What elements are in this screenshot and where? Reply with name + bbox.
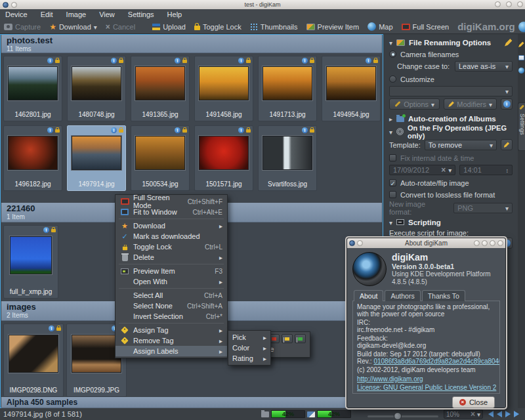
- thumbnail-cell[interactable]: 1491365.jpg: [131, 56, 190, 121]
- menu-settings[interactable]: Settings: [128, 10, 154, 18]
- menu-item-delete[interactable]: Delete: [116, 252, 227, 262]
- minimize-button[interactable]: [495, 1, 501, 7]
- menu-item-open-with[interactable]: Open With: [116, 276, 227, 287]
- checkbox-convert-lossless[interactable]: [389, 191, 396, 198]
- submenu-item-pick[interactable]: Pick: [228, 332, 270, 343]
- last-item-arrow-icon[interactable]: [514, 411, 519, 417]
- settings-side-tab[interactable]: Settings: [518, 102, 525, 151]
- menu-item-assign-tag[interactable]: Assign Tag: [116, 325, 227, 335]
- menu-item-assign-labels[interactable]: Assign Labels: [116, 346, 227, 356]
- dialog-maximize-button[interactable]: [490, 240, 495, 246]
- submenu-item-color[interactable]: Color: [228, 343, 270, 353]
- dialog-titlebar[interactable]: About digiKam: [347, 238, 505, 248]
- convert-lossless-checkbox-row[interactable]: Convert to lossless file format: [389, 189, 513, 200]
- next-item-arrow-icon[interactable]: [505, 411, 511, 417]
- menu-view[interactable]: View: [99, 10, 115, 18]
- auto-rotate-checkbox-row[interactable]: Auto-rotate/flip image: [389, 177, 513, 188]
- thumbnail-cell[interactable]: 1491458.jpg: [194, 56, 253, 121]
- thumbnail-cell[interactable]: Svartifoss.jpg: [258, 125, 317, 191]
- change-case-select[interactable]: Leave as-is: [455, 61, 513, 72]
- menu-item-select-all[interactable]: Select All Ctrl+A: [116, 290, 227, 301]
- album-band-photos-test[interactable]: photos.test 11 Items: [1, 35, 382, 53]
- menu-item-full-screen-mode[interactable]: Full Screen Mode Ctrl+Shift+F: [116, 196, 227, 207]
- thumbnail-cell[interactable]: 1496182.jpg: [3, 125, 62, 191]
- cancel-button[interactable]: Cancel: [106, 22, 135, 32]
- map-button[interactable]: Map: [368, 22, 392, 31]
- clear-icon[interactable]: [441, 165, 446, 175]
- toggle-lock-button[interactable]: Toggle Lock: [194, 23, 242, 31]
- full-screen-button[interactable]: Full Screen: [402, 23, 450, 31]
- template-select[interactable]: To remove: [425, 140, 497, 150]
- radio-customize[interactable]: [389, 75, 396, 83]
- tab-about[interactable]: About: [354, 290, 383, 301]
- dialog-close-action-button[interactable]: Close: [452, 396, 495, 408]
- dialog-minimize-button[interactable]: [482, 240, 488, 246]
- new-format-select[interactable]: PNG: [453, 203, 513, 213]
- menu-item-toggle-lock[interactable]: Toggle Lock Ctrl+L: [116, 242, 227, 252]
- zoom-level-spinbox[interactable]: 10%: [444, 410, 483, 419]
- menu-item-mark-as-downloaded[interactable]: Mark as downloaded: [116, 231, 227, 242]
- edit-tool-icon[interactable]: [518, 38, 524, 50]
- file-properties-icon[interactable]: [518, 51, 524, 63]
- thumbnail-cell[interactable]: IMGP0298.DNG: [3, 324, 64, 397]
- thumbnail-cell[interactable]: 1500534.jpg: [131, 125, 190, 191]
- preview-item-button[interactable]: Preview Item: [306, 23, 360, 31]
- spinner-icon[interactable]: [506, 166, 509, 174]
- clear-icon[interactable]: [471, 410, 475, 419]
- close-button[interactable]: [517, 1, 523, 7]
- album-band-alpha-450[interactable]: Alpha 450 samples: [1, 397, 382, 408]
- rename-info-button[interactable]: [501, 98, 513, 110]
- options-button[interactable]: Options: [389, 98, 440, 110]
- thumbnail-cell-selected[interactable]: 1497914.jpg: [67, 125, 126, 191]
- maximize-button[interactable]: [506, 1, 512, 7]
- thumbnail-cell[interactable]: 1480748.jpg: [67, 56, 126, 121]
- date-field[interactable]: 17/09/2012: [389, 165, 455, 175]
- zoom-slider[interactable]: [368, 415, 438, 417]
- revision-link[interactable]: 01086f3a8d6a769d2d9a82ae2d4c89ca8040af29: [373, 358, 500, 365]
- thumbnail-cell[interactable]: 1494954.jpg: [322, 56, 381, 121]
- auto-albums-header[interactable]: Auto-creation of Albums: [389, 113, 513, 124]
- thumbnails-button[interactable]: Thumbnails: [250, 23, 298, 31]
- license-link[interactable]: License: GNU General Public License Vers…: [357, 385, 495, 392]
- thumbnail-cell[interactable]: full_lr_xmp.jpg: [3, 225, 58, 299]
- time-field[interactable]: 14:01: [459, 165, 513, 175]
- menu-image[interactable]: Image: [66, 10, 87, 18]
- fix-date-checkbox-row[interactable]: Fix internal date & time: [389, 152, 513, 163]
- menu-item-select-none[interactable]: Select None Ctrl+Shift+A: [116, 301, 227, 311]
- tab-thanks-to[interactable]: Thanks To: [422, 290, 465, 301]
- thumbnail-cell[interactable]: 1462801.jpg: [3, 56, 62, 121]
- thumbnail-cell[interactable]: 1491713.jpg: [258, 56, 317, 121]
- scripting-header[interactable]: Scripting: [389, 217, 513, 228]
- camera-filenames-radio-row[interactable]: Camera filenames: [389, 49, 513, 60]
- first-item-arrow-icon[interactable]: [488, 411, 494, 417]
- menu-help[interactable]: Help: [167, 10, 182, 18]
- customize-radio-row[interactable]: Customize: [389, 74, 513, 85]
- window-titlebar[interactable]: test - digiKam: [0, 0, 525, 9]
- dialog-close-button[interactable]: [497, 240, 503, 246]
- thumbnail-cell[interactable]: 1501571.jpg: [194, 125, 253, 191]
- tab-authors[interactable]: Authors: [385, 290, 420, 301]
- menu-item-download[interactable]: Download: [116, 220, 227, 231]
- slider-handle-icon[interactable]: [394, 412, 402, 420]
- template-edit-button[interactable]: [501, 139, 513, 150]
- capture-button[interactable]: Capture: [4, 23, 41, 31]
- modifiers-button[interactable]: Modifiers: [444, 98, 497, 110]
- pick-pending-button[interactable]: [282, 334, 293, 343]
- checkbox-auto-rotate[interactable]: [389, 179, 396, 186]
- file-renaming-header[interactable]: File Renaming Options: [389, 37, 513, 48]
- menu-edit[interactable]: Edit: [41, 10, 53, 18]
- website-link[interactable]: http://www.digikam.org: [357, 376, 495, 383]
- on-the-fly-header[interactable]: On the Fly Operations (JPEG only): [389, 126, 513, 137]
- rename-pattern-combo[interactable]: [389, 86, 513, 96]
- pencil-icon[interactable]: [505, 39, 513, 47]
- checkbox-fix-date[interactable]: [389, 154, 396, 161]
- geolocation-globe-icon[interactable]: [518, 64, 524, 76]
- pick-accepted-button[interactable]: [295, 334, 306, 343]
- upload-button[interactable]: Upload: [152, 23, 186, 31]
- menu-item-fit-to-window[interactable]: Fit to Window Ctrl+Alt+E: [116, 207, 227, 217]
- menu-item-remove-tag[interactable]: Remove Tag: [116, 335, 227, 346]
- menu-item-preview-item[interactable]: Preview Item F3: [116, 266, 227, 276]
- previous-item-arrow-icon[interactable]: [497, 411, 502, 417]
- menu-device[interactable]: Device: [5, 10, 28, 18]
- dialog-help-button[interactable]: [474, 240, 480, 246]
